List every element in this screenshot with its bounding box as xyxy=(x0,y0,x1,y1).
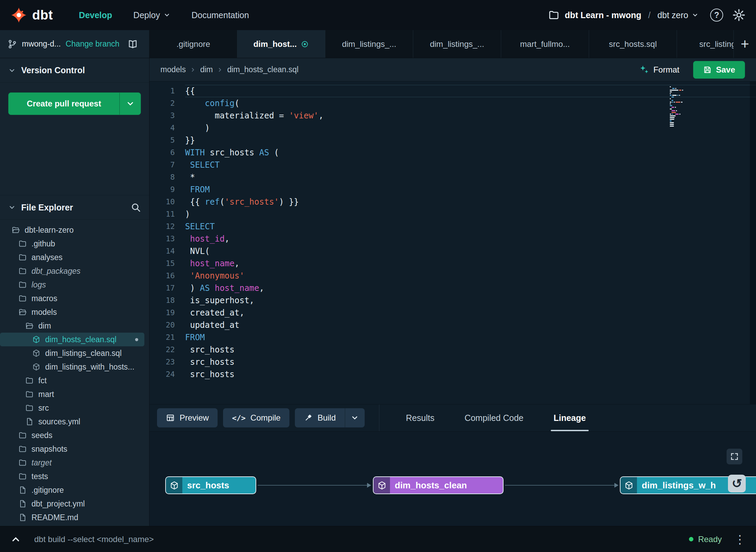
code-token: src_hosts xyxy=(185,345,235,355)
build-button[interactable]: Build xyxy=(295,408,344,427)
minimap-line xyxy=(670,126,694,127)
preview-button[interactable]: Preview xyxy=(157,408,218,427)
tree-item-dim[interactable]: dim xyxy=(0,319,144,333)
tree-item-.gitignore[interactable]: .gitignore xyxy=(0,483,144,497)
code-line[interactable]: NVL( xyxy=(185,245,756,257)
editor-tab[interactable]: dim_listings_... xyxy=(325,30,413,58)
gear-icon[interactable] xyxy=(732,8,746,22)
build-dropdown[interactable] xyxy=(345,408,365,427)
code-line[interactable]: src_hosts xyxy=(185,368,756,381)
editor-tab[interactable]: dim_host... xyxy=(237,30,325,58)
tree-item-README.md[interactable]: README.md xyxy=(0,511,144,524)
minimap-bar xyxy=(675,88,676,89)
code-line[interactable]: is_superhost, xyxy=(185,294,756,307)
code-line[interactable]: ) xyxy=(185,208,756,220)
compile-button[interactable]: </> Compile xyxy=(223,408,289,427)
code-line[interactable]: created_at, xyxy=(185,307,756,319)
code-line[interactable]: FROM xyxy=(185,331,756,344)
code-line[interactable]: updated_at xyxy=(185,319,756,331)
code-line[interactable]: SELECT xyxy=(185,220,756,233)
minimap-line xyxy=(670,98,694,99)
kebab-menu-icon[interactable]: ⋮ xyxy=(734,534,746,545)
tree-item-dim_hosts_clean.sql[interactable]: dim_hosts_clean.sql xyxy=(0,333,144,346)
nav-deploy[interactable]: Deploy xyxy=(133,0,170,30)
code-line[interactable]: WITH src_hosts AS ( xyxy=(185,146,756,159)
panel-tab-results[interactable]: Results xyxy=(391,405,449,431)
command-input[interactable]: dbt build --select <model_name> xyxy=(34,535,154,544)
dbt-logo[interactable]: dbt xyxy=(10,7,53,24)
tree-item-tests[interactable]: tests xyxy=(0,470,144,483)
tab-label: mart_fullmo... xyxy=(520,39,570,49)
panel-tab-lineage[interactable]: Lineage xyxy=(538,405,601,431)
file-explorer-header[interactable]: File Explorer xyxy=(0,195,149,220)
editor-tab[interactable]: dim_listings_... xyxy=(413,30,501,58)
chevron-down-icon xyxy=(351,414,359,422)
tree-item-src[interactable]: src xyxy=(0,401,144,415)
save-button[interactable]: Save xyxy=(693,61,745,79)
editor-scrollbar[interactable] xyxy=(750,81,756,404)
tree-item-seeds[interactable]: seeds xyxy=(0,428,144,442)
editor-tab[interactable]: mart_fullmo... xyxy=(501,30,589,58)
tree-item-dbt_packages[interactable]: dbt_packages xyxy=(0,264,144,278)
tree-item-models[interactable]: models xyxy=(0,305,144,319)
tree-item-dbt-learn-zero[interactable]: dbt-learn-zero xyxy=(0,223,144,237)
code-token: {{ xyxy=(185,86,195,96)
folder-open-icon xyxy=(12,226,20,234)
code-line[interactable]: {{ ref('src_hosts') }} xyxy=(185,196,756,208)
tree-item-snapshots[interactable]: snapshots xyxy=(0,442,144,456)
folder-icon xyxy=(18,281,27,289)
tree-item-dim_listings_clean.sql[interactable]: dim_listings_clean.sql xyxy=(0,346,144,360)
code-line[interactable]: ) AS host_name, xyxy=(185,282,756,294)
lineage-edge xyxy=(258,485,370,486)
tree-item-fct[interactable]: fct xyxy=(0,374,144,387)
folder-icon xyxy=(25,376,34,385)
file-explorer-title: File Explorer xyxy=(21,203,73,213)
nav-develop[interactable]: Develop xyxy=(79,0,112,30)
model-icon xyxy=(377,481,387,490)
code-line[interactable]: host_name, xyxy=(185,257,756,270)
main-area: Version Control Create pull request File… xyxy=(0,58,756,526)
code-line[interactable]: host_id, xyxy=(185,233,756,245)
code-pane[interactable]: {{ config( materialized = 'view', )}}WIT… xyxy=(185,81,756,404)
command-bar-right: Ready ⋮ xyxy=(689,534,746,545)
create-pull-request-button[interactable]: Create pull request xyxy=(8,92,141,115)
new-tab-button[interactable]: + xyxy=(733,30,756,58)
search-icon[interactable] xyxy=(131,202,141,213)
editor-tab[interactable]: .gitignore xyxy=(149,30,237,58)
panel-tab-compiled-code[interactable]: Compiled Code xyxy=(449,405,538,431)
code-line[interactable]: }} xyxy=(185,134,756,146)
format-button[interactable]: Format xyxy=(639,65,679,75)
fullscreen-expand-button[interactable] xyxy=(727,449,742,464)
code-line[interactable]: * xyxy=(185,171,756,183)
version-control-header[interactable]: Version Control xyxy=(0,58,149,83)
help-icon[interactable]: ? xyxy=(710,9,723,22)
code-editor[interactable]: 123456789101112131415161718192021222324 … xyxy=(149,81,756,404)
tree-item-analyses[interactable]: analyses xyxy=(0,251,144,264)
code-line[interactable]: src_hosts xyxy=(185,356,756,368)
tree-item-.github[interactable]: .github xyxy=(0,237,144,251)
change-branch-link[interactable]: Change branch xyxy=(66,39,119,49)
code-token: , xyxy=(225,234,230,244)
pull-request-dropdown[interactable] xyxy=(119,93,141,115)
tree-item-dbt_project.yml[interactable]: dbt_project.yml xyxy=(0,497,144,511)
tree-item-target[interactable]: target xyxy=(0,456,144,470)
expand-icon xyxy=(730,452,739,461)
tree-item-sources.yml[interactable]: sources.yml xyxy=(0,415,144,428)
docs-book-icon[interactable] xyxy=(128,39,138,49)
code-line[interactable]: src_hosts xyxy=(185,344,756,356)
lineage-node-src_hosts[interactable]: src_hosts xyxy=(165,476,256,494)
minimap-bar xyxy=(679,95,680,96)
tree-item-macros[interactable]: macros xyxy=(0,292,144,305)
code-line[interactable]: SELECT xyxy=(185,159,756,171)
code-line[interactable]: 'Anonymous' xyxy=(185,270,756,282)
reset-view-button[interactable]: ↺ xyxy=(728,475,746,492)
tree-item-dim_listings_with_hosts...[interactable]: dim_listings_with_hosts... xyxy=(0,360,144,374)
environment-selector[interactable]: dbt zero xyxy=(657,10,699,20)
tree-item-logs[interactable]: logs xyxy=(0,278,144,292)
editor-tab[interactable]: src_hosts.sql xyxy=(589,30,677,58)
nav-documentation[interactable]: Documentation xyxy=(192,0,249,30)
lineage-node-dim_hosts_clean[interactable]: dim_hosts_clean xyxy=(373,476,504,494)
code-line[interactable]: FROM xyxy=(185,183,756,196)
tree-item-mart[interactable]: mart xyxy=(0,387,144,401)
chevron-up-icon[interactable] xyxy=(10,534,21,545)
